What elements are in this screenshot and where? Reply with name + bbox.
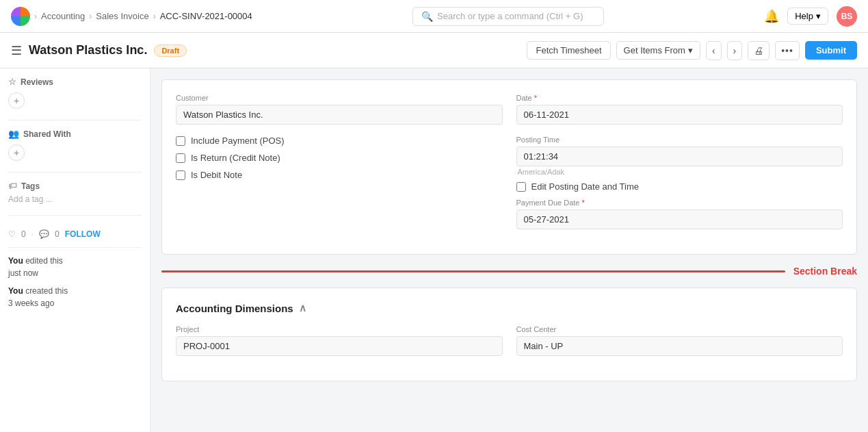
users-icon: 👥 <box>8 129 19 139</box>
payment-due-input[interactable] <box>516 209 843 229</box>
search-icon: 🔍 <box>421 11 433 22</box>
form-row-2: Include Payment (POS) Is Return (Credit … <box>176 136 843 229</box>
sidebar-shared-header: 👥 Shared With <box>8 129 142 139</box>
sidebar-reviews-header: ☆ Reviews <box>8 77 142 87</box>
search-bar[interactable]: 🔍 Search or type a command (Ctrl + G) <box>412 7 604 26</box>
payment-due-group: Payment Due Date * <box>516 199 843 229</box>
print-button[interactable]: 🖨 <box>748 41 770 60</box>
is-debit-note-label[interactable]: Is Debit Note <box>191 170 242 180</box>
breadcrumb-sep-2: › <box>89 12 92 21</box>
submit-button[interactable]: Submit <box>805 41 857 60</box>
help-button[interactable]: Help ▾ <box>787 8 828 25</box>
comment-icon[interactable]: 💬 <box>39 229 49 239</box>
breadcrumb-accounting[interactable]: Accounting <box>41 11 85 21</box>
cost-center-input[interactable] <box>516 336 843 356</box>
form-row-1: Customer Date * <box>176 94 843 125</box>
project-input[interactable] <box>176 336 503 356</box>
doc-title: Watson Plastics Inc. <box>29 43 147 58</box>
posting-time-input[interactable] <box>516 147 843 166</box>
dimensions-row: Project Cost Center <box>176 325 843 356</box>
timezone-hint: America/Adak <box>516 168 843 176</box>
include-payment-checkbox[interactable] <box>176 136 185 146</box>
add-share-button[interactable]: + <box>8 144 25 161</box>
dropdown-chevron-icon: ▾ <box>688 45 693 55</box>
main-content: Customer Date * Include Payment (POS) <box>150 68 868 432</box>
avatar[interactable]: BS <box>837 6 857 27</box>
date-input[interactable] <box>516 105 843 125</box>
is-return-checkbox[interactable] <box>176 153 185 163</box>
sidebar-divider-2 <box>8 172 142 173</box>
customer-field-group: Customer <box>176 94 503 125</box>
sidebar-tags-header: 🏷 Tags <box>8 181 142 191</box>
sidebar-divider-3 <box>8 215 142 216</box>
more-button[interactable]: ••• <box>775 41 800 60</box>
toolbar-left: ☰ Watson Plastics Inc. Draft <box>11 43 187 58</box>
toolbar-right: Fetch Timesheet Get Items From ▾ ‹ › 🖨 •… <box>527 41 857 60</box>
sidebar-divider-1 <box>8 120 142 120</box>
add-tag-placeholder[interactable]: Add a tag ... <box>8 194 53 204</box>
app-logo[interactable] <box>11 7 30 26</box>
follow-button[interactable]: FOLLOW <box>65 229 101 239</box>
accounting-dimensions-card: Accounting Dimensions ∧ Project Cost Cen… <box>161 288 857 381</box>
add-review-button[interactable]: + <box>8 92 25 109</box>
hamburger-button[interactable]: ☰ <box>11 43 22 58</box>
help-chevron-icon: ▾ <box>816 11 821 21</box>
sidebar: ☆ Reviews + 👥 Shared With + 🏷 Tags Add a… <box>0 68 150 432</box>
next-button[interactable]: › <box>727 41 743 60</box>
cost-center-label: Cost Center <box>516 325 843 333</box>
accounting-dimensions-title: Accounting Dimensions <box>176 303 293 314</box>
fetch-timesheet-button[interactable]: Fetch Timesheet <box>527 41 610 60</box>
heart-icon[interactable]: ♡ <box>8 229 16 239</box>
project-field-group: Project <box>176 325 503 356</box>
tag-icon: 🏷 <box>8 181 17 191</box>
activity-user-2: You <box>8 286 23 296</box>
payment-due-label: Payment Due Date * <box>516 199 843 207</box>
checkboxes-group: Include Payment (POS) Is Return (Credit … <box>176 136 503 229</box>
sidebar-tags-section: 🏷 Tags Add a tag ... <box>8 181 142 204</box>
main-layout: ☆ Reviews + 👥 Shared With + 🏷 Tags Add a… <box>0 68 868 432</box>
is-return-label[interactable]: Is Return (Credit Note) <box>191 153 280 163</box>
help-label: Help <box>795 11 813 21</box>
form-card: Customer Date * Include Payment (POS) <box>161 79 857 255</box>
sidebar-reviews-section: ☆ Reviews + <box>8 77 142 109</box>
activity-time-2: 3 weeks ago <box>8 298 54 308</box>
customer-input[interactable] <box>176 105 503 125</box>
dot-separator: · <box>31 229 34 239</box>
breadcrumb-current: ACC-SINV-2021-00004 <box>160 11 252 21</box>
sidebar-activity: ♡ 0 · 💬 0 FOLLOW You edited this just no… <box>8 224 142 309</box>
activity-actions: ♡ 0 · 💬 0 FOLLOW <box>8 229 142 239</box>
top-nav-left: › Accounting › Sales Invoice › ACC-SINV-… <box>11 7 252 26</box>
breadcrumb-sales-invoice[interactable]: Sales Invoice <box>96 11 148 21</box>
reviews-label: Reviews <box>21 77 53 87</box>
activity-user-1: You <box>8 256 23 266</box>
activity-action-2: created this <box>25 286 68 296</box>
section-break-line <box>161 270 785 272</box>
edit-posting-checkbox[interactable] <box>516 182 526 192</box>
cost-center-field-group: Cost Center <box>516 325 843 356</box>
breadcrumb-sep-3: › <box>153 12 156 21</box>
section-break: Section Break <box>161 266 857 277</box>
toolbar: ☰ Watson Plastics Inc. Draft Fetch Times… <box>0 33 868 68</box>
date-required-marker: * <box>534 94 537 102</box>
is-return-row: Is Return (Credit Note) <box>176 153 503 163</box>
is-debit-note-row: Is Debit Note <box>176 170 503 180</box>
comments-count: 0 <box>55 229 60 239</box>
is-debit-note-checkbox[interactable] <box>176 170 185 180</box>
notifications-button[interactable]: 🔔 <box>764 9 779 24</box>
include-payment-row: Include Payment (POS) <box>176 136 503 146</box>
project-label: Project <box>176 325 503 333</box>
posting-time-group: Posting Time America/Adak Edit Posting D… <box>516 136 843 229</box>
breadcrumb-sep-1: › <box>34 12 37 21</box>
more-icon: ••• <box>781 45 793 56</box>
edit-posting-label[interactable]: Edit Posting Date and Time <box>531 181 640 192</box>
collapse-icon[interactable]: ∧ <box>299 302 306 314</box>
activity-action-1: edited this <box>25 256 63 266</box>
include-payment-label[interactable]: Include Payment (POS) <box>191 136 285 146</box>
get-items-from-button[interactable]: Get Items From ▾ <box>616 41 700 60</box>
top-nav-right: 🔔 Help ▾ BS <box>764 6 857 27</box>
activity-entry-1: You edited this just now <box>8 255 142 279</box>
date-label: Date * <box>516 94 843 102</box>
prev-button[interactable]: ‹ <box>706 41 722 60</box>
likes-count: 0 <box>21 229 26 239</box>
section-break-label: Section Break <box>793 266 857 277</box>
